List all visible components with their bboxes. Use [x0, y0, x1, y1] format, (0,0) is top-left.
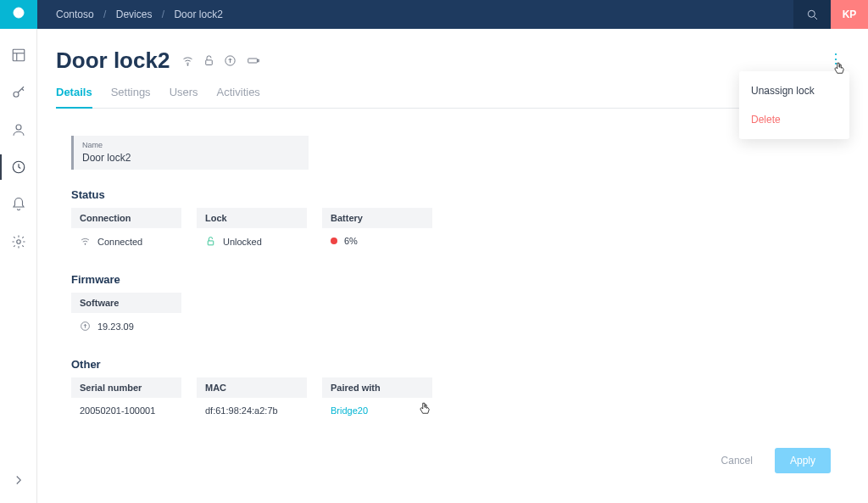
rail-dashboard[interactable]: [0, 48, 37, 63]
wifi-icon: [80, 236, 91, 247]
svg-rect-12: [206, 60, 213, 65]
other-paired-label: Paired with: [322, 377, 432, 398]
footer-actions: Cancel Apply: [709, 448, 831, 473]
lock-text: Unlocked: [223, 237, 262, 247]
name-input[interactable]: [82, 152, 300, 164]
firmware-software-label: Software: [71, 293, 181, 313]
context-unassign[interactable]: Unassign lock: [739, 76, 849, 105]
battery-text: 6%: [344, 236, 358, 246]
update-icon: [80, 321, 91, 332]
chevron-right-icon: [11, 472, 26, 488]
tab-settings[interactable]: Settings: [111, 86, 151, 108]
breadcrumb-sep: /: [162, 8, 164, 20]
breadcrumb-sep: /: [103, 8, 106, 20]
logo-block[interactable]: t: [0, 0, 37, 29]
name-field[interactable]: Name: [71, 136, 309, 170]
avatar[interactable]: KP: [831, 0, 868, 29]
more-actions-button[interactable]: ⋮: [829, 51, 843, 67]
status-connection-value: Connected: [71, 228, 181, 254]
svg-point-16: [85, 243, 86, 244]
other-serial-label: Serial number: [71, 377, 181, 398]
tab-users[interactable]: Users: [170, 86, 198, 108]
title-status-icons: [181, 54, 262, 67]
other-mac-label: MAC: [197, 377, 307, 398]
status-lock-label: Lock: [197, 208, 307, 228]
details-card: Name Status Connection Connected Lock Un…: [56, 124, 846, 489]
rail-keys[interactable]: [0, 85, 37, 100]
rail-settings[interactable]: [0, 234, 37, 249]
name-label: Name: [82, 141, 300, 149]
unlock-icon: [205, 236, 216, 247]
svg-line-3: [815, 17, 817, 20]
tab-details[interactable]: Details: [56, 86, 92, 109]
other-serial-value: 20050201-100001: [71, 398, 181, 423]
software-text: 19.23.09: [97, 321, 134, 332]
apply-button[interactable]: Apply: [775, 448, 831, 473]
clock-icon: [11, 159, 26, 175]
rail-activity[interactable]: [0, 159, 37, 175]
svg-rect-17: [208, 241, 214, 245]
svg-rect-14: [248, 59, 258, 63]
left-rail: [0, 29, 37, 503]
other-mac-value: df:61:98:24:a2:7b: [197, 398, 307, 423]
breadcrumb-org[interactable]: Contoso: [56, 8, 94, 20]
svg-rect-4: [13, 49, 25, 61]
rail-collapse[interactable]: [0, 472, 37, 503]
svg-point-7: [14, 92, 19, 97]
status-battery-value: 6%: [322, 228, 432, 254]
breadcrumb-section[interactable]: Devices: [116, 8, 153, 20]
gear-icon: [11, 234, 26, 249]
search-icon: [805, 8, 819, 21]
search-button[interactable]: [793, 0, 831, 29]
avatar-initials: KP: [843, 8, 857, 20]
update-icon: [224, 54, 236, 67]
context-delete[interactable]: Delete: [739, 105, 849, 134]
battery-dot-icon: [331, 238, 337, 244]
rail-users[interactable]: [0, 122, 37, 137]
page-title: Door lock2: [56, 48, 170, 74]
section-other-title: Other: [71, 358, 831, 371]
bell-icon: [11, 197, 26, 212]
svg-text:t: t: [18, 8, 20, 16]
status-lock-value: Unlocked: [197, 228, 307, 254]
header-main: Contoso / Devices / Door lock2: [37, 0, 793, 29]
svg-point-11: [187, 64, 188, 65]
unlock-icon: [203, 54, 215, 67]
section-firmware-title: Firmware: [71, 273, 831, 286]
context-menu: Unassign lock Delete: [739, 71, 849, 139]
battery-icon: [245, 54, 262, 67]
svg-point-10: [16, 240, 20, 244]
user-icon: [11, 122, 26, 137]
other-paired-link[interactable]: Bridge20: [322, 398, 432, 423]
wifi-icon: [181, 54, 194, 67]
connection-text: Connected: [97, 237, 142, 247]
cancel-button[interactable]: Cancel: [709, 448, 765, 473]
svg-point-8: [16, 125, 21, 130]
logo-icon: t: [12, 6, 25, 24]
page-title-row: Door lock2: [56, 48, 846, 74]
svg-point-2: [808, 10, 815, 17]
tab-activities[interactable]: Activities: [217, 86, 260, 108]
breadcrumb: Contoso / Devices / Door lock2: [56, 8, 223, 20]
status-battery-label: Battery: [322, 208, 432, 228]
layout-icon: [11, 48, 26, 63]
rail-alerts[interactable]: [0, 197, 37, 212]
top-bar: t Contoso / Devices / Door lock2 KP: [0, 0, 868, 29]
firmware-software-value: 19.23.09: [71, 313, 181, 339]
svg-rect-15: [258, 59, 259, 62]
section-status-title: Status: [71, 188, 831, 201]
tabs: Details Settings Users Activities: [56, 86, 846, 109]
breadcrumb-item[interactable]: Door lock2: [174, 8, 222, 20]
status-connection-label: Connection: [71, 208, 181, 228]
key-icon: [11, 85, 26, 100]
